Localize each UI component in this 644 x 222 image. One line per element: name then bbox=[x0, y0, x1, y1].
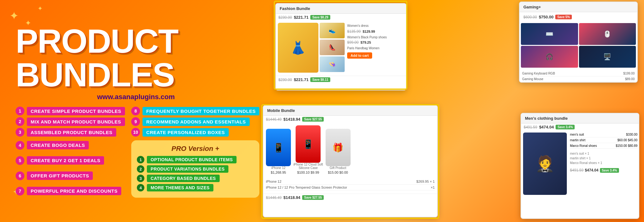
iphone-blue-price: $1,268.95 bbox=[266, 171, 291, 174]
mens-suit-image: 🤵 bbox=[523, 133, 567, 195]
mens-price-new: $474.04 bbox=[539, 125, 554, 129]
mens-items-list: men's suit $330.00 martin shirt $60.00 $… bbox=[569, 131, 639, 197]
fashion-womens-dress: Women's dress bbox=[347, 24, 403, 27]
mens-total-area: $491.59 $474.04 Save 3.4% bbox=[570, 167, 637, 173]
feature-label-3: ASSEMBLED PRODUCT BUNDLES bbox=[27, 128, 116, 137]
fashion-price-old: $230.00 bbox=[278, 15, 292, 20]
feature-item-1: 1 CREATE SIMPLE PRODUCT BUNDLES bbox=[16, 107, 125, 115]
feature-label-2: MIX AND MATCH PRODUCT BUNDLES bbox=[27, 118, 125, 126]
feature-item-9: 9 RECOMMEND ADDONS AND ESSENTIALS bbox=[131, 117, 259, 126]
mobile-phones-row: 📱 iPhone 12 $1,268.95 📱 iPhone 12 Cloud … bbox=[263, 123, 437, 177]
pro-item-4: 4 MORE THEMES AND SIZES bbox=[137, 184, 254, 191]
banner: ✦ ✦ ✦ ✦ PRODUCT BUNDLES www.asanaplugins… bbox=[0, 0, 644, 222]
mobile-bundle-screenshot: Mobile Bundle $1446.49 $1418.94 Save $27… bbox=[263, 105, 438, 217]
mobile-bundle-title: Mobile Bundle bbox=[263, 106, 437, 116]
gaming-keyboard-img: ⌨️ bbox=[521, 23, 578, 45]
website-url: www.asanaplugins.com bbox=[19, 93, 253, 101]
gaming-bundle-screenshot: Gaming+ $600.00 $750.00 Save 5% ⌨️ 🖱️ 🎧 … bbox=[519, 2, 638, 83]
fashion-item-price-1: $135.99 $129.99 bbox=[347, 29, 403, 34]
gaming-mouse-img: 🖱️ bbox=[579, 23, 636, 45]
mens-content: 🤵 men's suit $330.00 martin shirt $60.00… bbox=[521, 131, 639, 197]
gaming-monitor-img: 🖥️ bbox=[579, 46, 636, 68]
pro-label-4: MORE THEMES AND SIZES bbox=[147, 184, 213, 191]
features-grid: 1 CREATE SIMPLE PRODUCT BUNDLES 8 FREQUE… bbox=[16, 107, 253, 198]
pro-label-1: OPTIONAL PRODUCT BUNDLE ITEMS bbox=[147, 156, 237, 163]
mobile-price-row: $1446.49 $1418.94 Save $27.55 bbox=[263, 116, 437, 123]
pro-num-4: 4 bbox=[137, 184, 144, 191]
phone-item-1: 📱 iPhone 12 $1,268.95 bbox=[266, 129, 291, 174]
feature-label-8: FREQUENTLY BOUGHT TOGETHER BUNDLES bbox=[142, 107, 259, 115]
mens-qty-row-1: men's suit × 1 bbox=[570, 151, 637, 156]
gaming-bundle-title: Gaming+ bbox=[520, 2, 637, 12]
fashion-total-row: $230.00 $221.71 Save $8.11 bbox=[276, 76, 406, 83]
left-content: PRODUCT BUNDLES www.asanaplugins.com 1 C… bbox=[0, 18, 262, 204]
gaming-items-list: Gaming Keyboard RGB$199.00 Gaming Mouse$… bbox=[520, 69, 637, 83]
mens-bundle-title: Men's clothing bundle bbox=[521, 113, 639, 123]
mobile-item-row-2: iPhone 12 / 12 Pro Tempered Glass Screen… bbox=[266, 185, 435, 191]
mens-price-old: $491.59 bbox=[524, 125, 537, 129]
mens-item-shirt: martin shirt $60.00 $45.00 bbox=[570, 138, 637, 143]
fashion-side-images: 👟 👠 👒 bbox=[320, 23, 345, 73]
feature-label-7: POWERFUL PRICE AND DISCOUNTS bbox=[27, 187, 121, 195]
mobile-price-badge: Save $27.55 bbox=[302, 117, 324, 122]
fashion-side-img-3: 👒 bbox=[320, 56, 345, 72]
feature-label-1: CREATE SIMPLE PRODUCT BUNDLES bbox=[27, 107, 125, 115]
pro-label-2: PRODUCT VARIATIONS BUNDLES bbox=[147, 165, 228, 173]
mens-qty-row-2: martin shirt × 1 bbox=[570, 156, 637, 161]
mens-price-badge: Save 3.4% bbox=[556, 125, 575, 129]
mens-bundle-screenshot: Men's clothing bundle $491.59 $474.04 Sa… bbox=[521, 113, 639, 219]
feature-num-10: 10 bbox=[131, 128, 140, 137]
star-icon-3: ✦ bbox=[37, 5, 43, 12]
main-title: PRODUCT BUNDLES bbox=[16, 24, 253, 92]
fashion-add-to-cart-btn[interactable]: Add to cart bbox=[347, 52, 372, 59]
feature-item-8: 8 FREQUENTLY BOUGHT TOGETHER BUNDLES bbox=[131, 107, 259, 115]
pro-num-2: 2 bbox=[137, 165, 144, 173]
pro-item-3: 3 CATEGORY BASED BUNDLES bbox=[137, 175, 254, 182]
iphone-blue-name: iPhone 12 bbox=[266, 166, 291, 170]
feature-num-3: 3 bbox=[16, 128, 24, 137]
feature-num-8: 8 bbox=[131, 107, 140, 115]
gaming-item-row-1: Gaming Keyboard RGB$199.00 bbox=[522, 71, 635, 76]
iphone-case-img: 📱 bbox=[296, 125, 321, 163]
feature-item-4: 4 CREATE BOGO DEALS bbox=[16, 138, 125, 152]
pro-num-3: 3 bbox=[137, 175, 144, 182]
gift-product-name: Gift Product bbox=[326, 166, 351, 170]
mobile-price-old: $1446.49 bbox=[266, 117, 282, 122]
gaming-price-area: $600.00 $750.00 Save 5% bbox=[520, 12, 637, 22]
fashion-price-new: $221.71 bbox=[294, 15, 308, 20]
pro-item-1: 1 OPTIONAL PRODUCT BUNDLE ITEMS bbox=[137, 156, 254, 163]
gaming-item-row-2: Gaming Mouse$89.00 bbox=[522, 76, 635, 82]
feature-item-6: 6 OFFER GIFT PRODUCTS bbox=[16, 169, 125, 182]
feature-label-6: OFFER GIFT PRODUCTS bbox=[27, 171, 93, 180]
fashion-bundle-screenshot: Fashion Bundle $230.00 $221.71 Save $8.2… bbox=[275, 3, 407, 90]
iphone-blue-img: 📱 bbox=[266, 129, 291, 166]
pro-item-2: 2 PRODUCT VARIATIONS BUNDLES bbox=[137, 165, 254, 173]
mens-item-shoes: Marco Ronal shoes $150.00 $80.89 bbox=[570, 143, 637, 149]
feature-label-9: RECOMMEND ADDONS AND ESSENTIALS bbox=[142, 118, 250, 126]
fashion-womens-pumps: Women's Black Pump shoes bbox=[347, 36, 403, 39]
fashion-side-img-1: 👟 bbox=[320, 23, 345, 38]
feature-num-1: 1 bbox=[16, 107, 24, 115]
feature-item-3: 3 ASSEMBLED PRODUCT BUNDLES bbox=[16, 128, 125, 137]
feature-label-10: CREATE PERSONALIZED BOXES bbox=[142, 128, 228, 137]
mobile-item-row-1: iPhone 12 $269.95 × 1 bbox=[266, 179, 435, 185]
feature-num-7: 7 bbox=[16, 187, 24, 195]
mens-price-row: $491.59 $474.04 Save 3.4% bbox=[521, 123, 639, 131]
phone-item-2: 📱 iPhone 12 Cloud SoftSilicone Case $100… bbox=[293, 125, 323, 174]
feature-item-10: 10 CREATE PERSONALIZED BOXES bbox=[131, 128, 259, 137]
gaming-item-row-3: Gaming Headset$79.00 bbox=[522, 82, 635, 83]
gift-product-price: $15.00 $0.00 bbox=[326, 171, 351, 174]
mobile-total-row: $1446.49 $1418.94 Save $27.55 bbox=[263, 194, 437, 201]
feature-num-9: 9 bbox=[131, 117, 140, 126]
feature-num-4: 4 bbox=[16, 141, 24, 150]
feature-num-2: 2 bbox=[16, 117, 24, 126]
fashion-bundle-title: Fashion Bundle bbox=[276, 4, 406, 14]
feature-item-5: 5 CREATE BUY 2 GET 1 DEALS bbox=[16, 154, 125, 167]
mens-qty-rows: men's suit × 1 martin shirt × 1 Marco Ro… bbox=[570, 151, 637, 165]
pro-title: PRO Version + bbox=[137, 145, 254, 153]
mens-item-suit: men's suit $330.00 bbox=[570, 132, 637, 138]
pro-box: PRO Version + 1 OPTIONAL PRODUCT BUNDLE … bbox=[131, 140, 259, 198]
fashion-side-img-2: 👠 bbox=[320, 40, 345, 55]
mens-qty-row-3: Marco Ronal shoes × 1 bbox=[570, 161, 637, 165]
right-screenshots: Fashion Bundle $230.00 $221.71 Save $8.2… bbox=[250, 0, 644, 222]
